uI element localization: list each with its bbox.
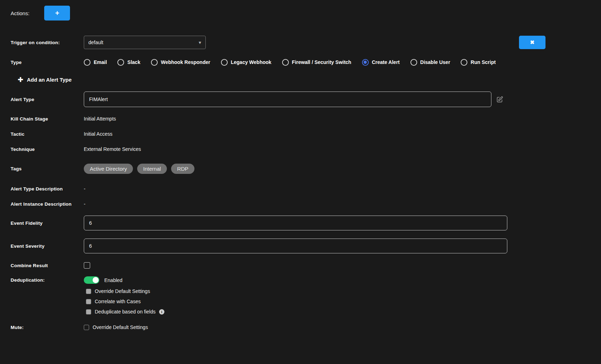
trigger-condition-row: Trigger on condition: default ▾ ✖: [11, 36, 590, 49]
deduplication-label: Deduplication:: [11, 276, 84, 283]
alert-type-input[interactable]: [84, 92, 491, 107]
toggle-knob-icon: [93, 277, 99, 283]
radio-option-firewall-security-switch[interactable]: Firewall / Security Switch: [282, 59, 351, 66]
radio-label: Disable User: [420, 59, 450, 65]
kill-chain-stage-row: Kill Chain Stage Initial Attempts: [11, 116, 590, 122]
alert-type-row: Alert Type: [11, 92, 590, 107]
deduplication-row: Deduplication: Enabled Override Default …: [11, 276, 590, 315]
radio-icon: [461, 59, 467, 66]
tag-internal[interactable]: Internal: [137, 164, 167, 174]
alert-type-description-value: -: [84, 186, 86, 192]
technique-value: External Remote Services: [84, 146, 141, 152]
tags-row: Tags Active Directory Internal RDP: [11, 163, 590, 175]
radio-label: Email: [94, 59, 107, 65]
radio-option-disable-user[interactable]: Disable User: [410, 59, 450, 66]
radio-label: Firewall / Security Switch: [292, 59, 351, 65]
combine-result-checkbox[interactable]: [84, 262, 90, 269]
chevron-down-icon: ▾: [199, 40, 201, 45]
dedup-deduplicate-based-on-fields[interactable]: Deduplicate based on fields i: [86, 309, 164, 315]
radio-icon: [84, 59, 91, 66]
radio-icon: [410, 59, 417, 66]
kill-chain-stage-value: Initial Attempts: [84, 116, 116, 122]
radio-option-slack[interactable]: Slack: [117, 59, 140, 66]
radio-option-email[interactable]: Email: [84, 59, 107, 66]
radio-label: Slack: [127, 59, 140, 65]
radio-option-legacy-webhook[interactable]: Legacy Webhook: [221, 59, 272, 66]
edit-icon[interactable]: [496, 96, 503, 103]
mute-override-checkbox[interactable]: [84, 325, 89, 330]
checkbox-label: Deduplicate based on fields: [95, 309, 156, 315]
event-fidelity-input[interactable]: [84, 216, 507, 230]
technique-label: Technique: [11, 147, 84, 152]
mute-checkbox-label: Override Default Settings: [93, 324, 148, 330]
plus-icon: ✚: [18, 76, 23, 84]
radio-selected-icon: [362, 59, 369, 66]
trigger-condition-label: Trigger on condition:: [11, 40, 84, 45]
radio-option-run-script[interactable]: Run Script: [461, 59, 496, 66]
deduplication-toggle-label: Enabled: [104, 277, 122, 283]
dedup-override-default-settings[interactable]: Override Default Settings: [86, 288, 164, 294]
checkbox-label: Correlate with Cases: [95, 299, 141, 304]
actions-label: Actions:: [11, 10, 29, 16]
event-fidelity-label: Event Fidelity: [11, 221, 84, 226]
kill-chain-stage-label: Kill Chain Stage: [11, 116, 84, 122]
alert-type-description-row: Alert Type Description -: [11, 186, 590, 192]
checkbox-icon[interactable]: [86, 299, 91, 304]
trigger-condition-value: default: [88, 40, 103, 45]
deduplication-toggle[interactable]: [84, 276, 99, 284]
radio-option-webhook-responder[interactable]: Webhook Responder: [151, 59, 210, 66]
event-fidelity-row: Event Fidelity: [11, 216, 590, 230]
deduplication-body: Enabled Override Default Settings Correl…: [84, 276, 164, 315]
alert-instance-description-row: Alert Instance Description -: [11, 201, 590, 207]
event-severity-row: Event Severity: [11, 239, 590, 253]
type-label: Type: [11, 60, 84, 65]
combine-result-label: Combine Result: [11, 263, 84, 268]
tactic-row: Tactic Initial Access: [11, 131, 590, 137]
tactic-label: Tactic: [11, 131, 84, 137]
plus-icon: +: [55, 9, 59, 17]
radio-option-create-alert[interactable]: Create Alert: [362, 59, 400, 66]
radio-label: Run Script: [471, 59, 496, 65]
radio-icon: [117, 59, 124, 66]
remove-action-button[interactable]: ✖: [519, 36, 545, 49]
actions-header: Actions: +: [11, 6, 590, 20]
tag-active-directory[interactable]: Active Directory: [84, 164, 133, 174]
tag-rdp[interactable]: RDP: [171, 164, 194, 174]
alert-instance-description-label: Alert Instance Description: [11, 201, 84, 207]
checkbox-icon[interactable]: [86, 289, 91, 294]
dedup-correlate-with-cases[interactable]: Correlate with Cases: [86, 299, 164, 304]
checkbox-label: Override Default Settings: [95, 288, 150, 294]
deduplication-toggle-line: Enabled: [84, 276, 164, 284]
technique-row: Technique External Remote Services: [11, 146, 590, 152]
tags-label: Tags: [11, 166, 84, 171]
add-alert-type-label: Add an Alert Type: [27, 77, 72, 83]
type-radio-group: Email Slack Webhook Responder Legacy Web…: [84, 59, 496, 66]
type-row: Type Email Slack Webhook Responder Legac…: [11, 59, 590, 66]
radio-label: Webhook Responder: [161, 59, 210, 65]
mute-row: Mute: Override Default Settings: [11, 324, 590, 330]
mute-label: Mute:: [11, 325, 84, 330]
radio-icon: [151, 59, 158, 66]
checkbox-icon[interactable]: [86, 309, 91, 315]
tactic-value: Initial Access: [84, 131, 112, 137]
event-severity-input[interactable]: [84, 239, 507, 253]
add-action-button[interactable]: +: [44, 6, 70, 20]
info-icon: i: [159, 309, 164, 315]
alert-instance-description-value: -: [84, 201, 86, 207]
combine-result-row: Combine Result: [11, 262, 590, 269]
radio-label: Create Alert: [372, 59, 400, 65]
alert-type-label: Alert Type: [11, 97, 84, 102]
radio-label: Legacy Webhook: [231, 59, 272, 65]
alert-type-description-label: Alert Type Description: [11, 186, 84, 192]
radio-icon: [282, 59, 289, 66]
event-severity-label: Event Severity: [11, 243, 84, 249]
radio-icon: [221, 59, 228, 66]
trigger-condition-select[interactable]: default ▾: [84, 36, 206, 49]
close-icon: ✖: [530, 39, 535, 46]
add-alert-type-button[interactable]: ✚ Add an Alert Type: [18, 75, 590, 84]
